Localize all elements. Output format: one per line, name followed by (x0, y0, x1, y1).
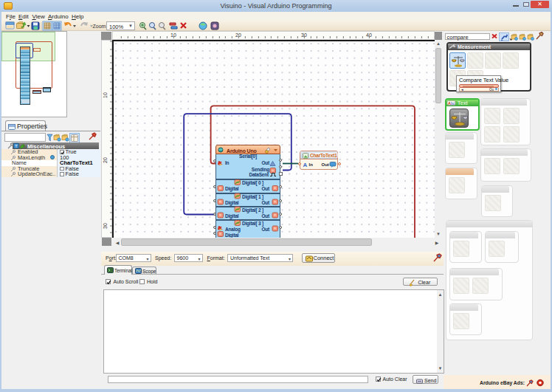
svg-text:A: A (303, 162, 308, 168)
svg-text:bc: bc (451, 101, 455, 106)
